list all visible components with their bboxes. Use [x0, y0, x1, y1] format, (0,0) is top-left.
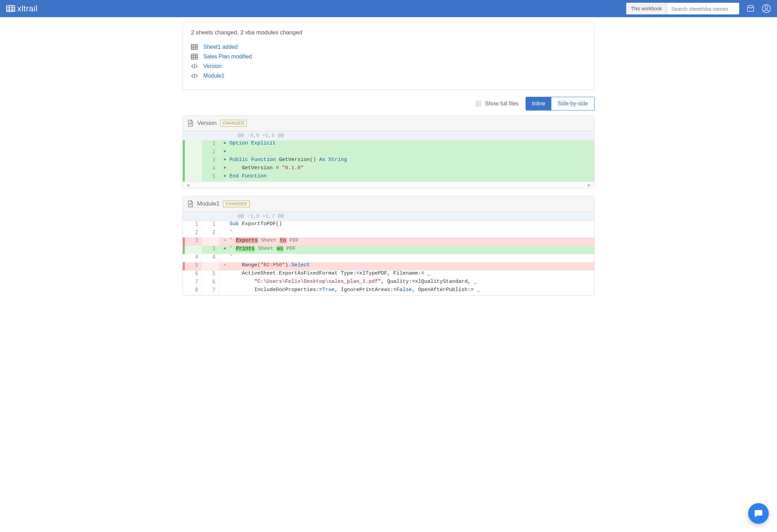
diff-line: 76 "C:\Users\Felix\Desktop\sales_plan_1.…	[183, 279, 594, 287]
diff-line: 4+ GetVersion = "0.1.0"	[183, 165, 594, 173]
change-list-item: Module1	[191, 71, 586, 81]
scroll-left-icon[interactable]: ◀	[186, 183, 189, 187]
diff-header: VersionCHANGED	[183, 116, 594, 131]
side-by-side-view-button[interactable]: Side-by-side	[551, 97, 594, 110]
svg-line-17	[194, 64, 195, 68]
new-line-number: 5	[202, 270, 219, 279]
diff-line: 5- Range("B2:P50").Select	[183, 262, 594, 270]
new-line-number	[202, 238, 219, 246]
change-link[interactable]: Module1	[203, 73, 224, 79]
old-line-number: 7	[185, 279, 202, 287]
new-line-number: 5	[202, 173, 219, 182]
search-group: This workbook	[626, 3, 739, 14]
new-line-number: 6	[202, 279, 219, 287]
old-line-number	[185, 157, 202, 165]
code-content: "C:\Users\Felix\Desktop\sales_plan_1.pdf…	[219, 279, 594, 287]
old-line-number: 2	[185, 229, 202, 238]
diff-line: 87 IncludeDocProperties:=True, IgnorePri…	[183, 287, 594, 295]
code-content: + GetVersion = "0.1.0"	[219, 165, 594, 173]
old-line-number	[185, 165, 202, 173]
hunk-header: @@ -1,8 +1,7 @@	[183, 212, 594, 221]
brand-logo[interactable]: xltrail	[6, 4, 38, 13]
change-list-item: Version	[191, 61, 586, 71]
search-scope-button[interactable]: This workbook	[626, 3, 667, 14]
new-line-number: 1	[202, 140, 219, 149]
code-content: '	[219, 254, 594, 262]
diff-line: 3- ' Exports Sheet to PDF	[183, 238, 594, 246]
diff-header: Module1CHANGED	[183, 196, 594, 212]
diff-block: Module1CHANGED@@ -1,8 +1,7 @@11 Sub Expo…	[182, 196, 595, 296]
code-content: + Public Function GetVersion() As String	[219, 157, 594, 165]
inbox-icon[interactable]	[746, 4, 755, 13]
code-content: + Option Explicit	[219, 140, 594, 149]
change-list-item: Sales Plan modified	[191, 52, 586, 61]
svg-rect-12	[191, 54, 198, 59]
top-nav: xltrail This workbook	[0, 0, 777, 17]
old-line-number: 6	[185, 270, 202, 279]
old-line-number	[185, 149, 202, 157]
diff-line: 65 ActiveSheet.ExportAsFixedFormat Type:…	[183, 270, 594, 279]
user-avatar-icon[interactable]	[762, 4, 771, 13]
diff-file-name: Module1	[197, 200, 219, 207]
scroll-right-icon[interactable]: ▶	[588, 183, 591, 187]
diff-line: 3+ Public Function GetVersion() As Strin…	[183, 157, 594, 165]
hunk-header: @@ -0,0 +1,5 @@	[183, 131, 594, 140]
svg-rect-7	[191, 45, 198, 50]
inline-view-button[interactable]: Inline	[526, 97, 551, 110]
diff-line: 1+ Option Explicit	[183, 140, 594, 149]
search-input[interactable]	[667, 3, 739, 14]
new-line-number: 4	[202, 165, 219, 173]
code-content: + ' Prints Sheet as PDF	[219, 246, 594, 254]
change-link[interactable]: Sheet1 added	[203, 44, 238, 50]
code-content: Sub ExportToPDF()	[219, 221, 594, 229]
scroll-hint-bar: ◀▶	[183, 182, 594, 188]
svg-point-6	[765, 6, 768, 9]
code-content: - ' Exports Sheet to PDF	[219, 238, 594, 246]
diff-file-name: Version	[197, 120, 217, 127]
code-content: '	[219, 229, 594, 238]
code-content: +	[219, 149, 594, 157]
diff-line: 3+ ' Prints Sheet as PDF	[183, 246, 594, 254]
old-line-number	[185, 246, 202, 254]
old-line-number: 5	[185, 262, 202, 270]
summary-card: 2 sheets changed, 2 vba modules changed …	[182, 22, 595, 90]
diff-line: 2+	[183, 149, 594, 157]
change-link[interactable]: Version	[203, 63, 222, 69]
diff-line: 22 '	[183, 229, 594, 238]
old-line-number: 3	[185, 238, 202, 246]
change-link[interactable]: Sales Plan modified	[203, 54, 252, 60]
view-toggle: Inline Side-by-side	[526, 97, 595, 111]
diff-body: @@ -1,8 +1,7 @@11 Sub ExportToPDF()22 '3…	[183, 212, 594, 295]
code-content: + End Function	[219, 173, 594, 182]
old-line-number: 1	[185, 221, 202, 229]
new-line-number	[202, 262, 219, 270]
old-line-number: 8	[185, 287, 202, 295]
summary-title: 2 sheets changed, 2 vba modules changed	[191, 29, 586, 36]
old-line-number	[185, 173, 202, 182]
new-line-number: 2	[202, 149, 219, 157]
new-line-number: 3	[202, 157, 219, 165]
show-full-files-label: Show full files	[485, 101, 519, 107]
svg-line-18	[194, 73, 195, 78]
changed-badge: CHANGED	[220, 120, 247, 127]
diff-line: 11 Sub ExportToPDF()	[183, 221, 594, 229]
new-line-number: 7	[202, 287, 219, 295]
old-line-number	[185, 140, 202, 149]
show-full-files-toggle[interactable]: Show full files	[475, 101, 519, 107]
code-content: IncludeDocProperties:=True, IgnorePrintA…	[219, 287, 594, 295]
diff-line: 44 '	[183, 254, 594, 262]
brand-icon	[6, 5, 15, 12]
change-list-item: Sheet1 added	[191, 42, 586, 52]
diff-block: VersionCHANGED@@ -0,0 +1,5 @@1+ Option E…	[182, 115, 595, 188]
new-line-number: 1	[202, 221, 219, 229]
new-line-number: 2	[202, 229, 219, 238]
new-line-number: 3	[202, 246, 219, 254]
diff-toolbar: Show full files Inline Side-by-side	[182, 97, 595, 111]
diff-line: 5+ End Function	[183, 173, 594, 182]
new-line-number: 4	[202, 254, 219, 262]
code-content: - Range("B2:P50").Select	[219, 262, 594, 270]
brand-text: xltrail	[17, 4, 38, 13]
code-content: ActiveSheet.ExportAsFixedFormat Type:=xl…	[219, 270, 594, 279]
svg-rect-0	[7, 5, 15, 11]
old-line-number: 4	[185, 254, 202, 262]
